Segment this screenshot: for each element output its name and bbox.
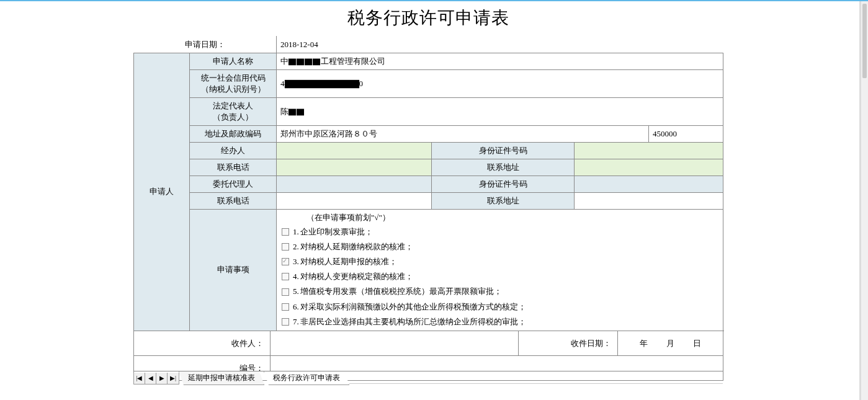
- matters-hint: （在申请事项前划"√"）: [282, 211, 718, 224]
- scrollbar-thumb[interactable]: [862, 4, 867, 78]
- nav-buttons: |◀ ◀ ▶ ▶|: [133, 373, 179, 384]
- agent-addr-label: 联系地址: [432, 193, 575, 210]
- vertical-scrollbar[interactable]: [861, 1, 868, 400]
- agent-value[interactable]: [277, 176, 432, 193]
- matter-item: 1. 企业印制发票审批；: [282, 224, 718, 239]
- nav-first-button[interactable]: |◀: [134, 373, 145, 384]
- checkbox-icon[interactable]: [282, 243, 289, 251]
- matter-item: 6. 对采取实际利润额预缴以外的其他企业所得税预缴方式的核定；: [282, 300, 718, 314]
- matter-text: 非居民企业选择由其主要机构场所汇总缴纳企业所得税的审批；: [300, 315, 526, 329]
- credit-code-label: 统一社会信用代码（纳税人识别号）: [190, 70, 277, 98]
- form-title: 税务行政许可申请表: [133, 2, 723, 36]
- matter-item: 4. 对纳税人变更纳税定额的核准；: [282, 269, 718, 284]
- sheet-tab-2[interactable]: 税务行政许可申请表: [264, 371, 349, 385]
- checkbox-icon[interactable]: [282, 258, 289, 265]
- matter-index: 7.: [293, 315, 299, 329]
- handler-addr-label: 联系地址: [432, 159, 575, 176]
- checkbox-icon[interactable]: [282, 228, 289, 236]
- matter-index: 2.: [293, 240, 299, 254]
- matter-text: 企业印制发票审批；: [300, 225, 373, 239]
- checkbox-icon[interactable]: [282, 288, 289, 296]
- address-value: 郑州市中原区洛河路８０号: [277, 126, 649, 143]
- top-border: [0, 0, 868, 1]
- agent-id-label: 身份证件号码: [432, 176, 575, 193]
- handler-addr-value[interactable]: [575, 159, 723, 176]
- applicant-name-label: 申请人名称: [190, 53, 277, 70]
- sheet-nav: |◀ ◀ ▶ ▶| 延期申报申请核准表 税务行政许可申请表: [133, 371, 723, 385]
- matter-item: 5. 增值税专用发票（增值税税控系统）最高开票限额审批；: [282, 284, 718, 299]
- handler-phone-value[interactable]: [277, 159, 432, 176]
- handler-label: 经办人: [190, 143, 277, 159]
- day-unit: 日: [688, 338, 707, 349]
- matter-index: 1.: [293, 225, 299, 239]
- recipient-label: 收件人：: [134, 331, 271, 356]
- matter-text: 对采取实际利润额预缴以外的其他企业所得税预缴方式的核定；: [300, 300, 526, 314]
- checkbox-icon[interactable]: [282, 303, 289, 311]
- matter-index: 3.: [293, 255, 299, 269]
- agent-id-value[interactable]: [575, 176, 723, 193]
- handler-id-label: 身份证件号码: [432, 143, 575, 159]
- checkbox-icon[interactable]: [282, 318, 289, 326]
- agent-phone-label: 联系电话: [190, 193, 277, 210]
- legal-rep-value: 陈▇▇: [277, 98, 723, 126]
- receive-date-label: 收件日期：: [519, 331, 618, 356]
- agent-addr-value[interactable]: [575, 193, 723, 210]
- matter-item: 7. 非居民企业选择由其主要机构场所汇总缴纳企业所得税的审批；: [282, 314, 718, 329]
- month-unit: 月: [661, 338, 680, 349]
- recipient-value: [271, 331, 519, 356]
- checkbox-icon[interactable]: [282, 273, 289, 280]
- matter-text: 增值税专用发票（增值税税控系统）最高开票限额审批；: [300, 285, 502, 298]
- matters-list: 1. 企业印制发票审批；2. 对纳税人延期缴纳税款的核准；3. 对纳税人延期申报…: [282, 224, 718, 329]
- apply-date-value: 2018-12-04: [277, 37, 723, 53]
- sheet-content: 税务行政许可申请表 申请日期： 2018-12-04 申请人 申请人名称 中▇▇…: [133, 2, 723, 381]
- agent-phone-value[interactable]: [277, 193, 432, 210]
- matter-index: 4.: [293, 270, 299, 283]
- address-label: 地址及邮政编码: [190, 126, 277, 143]
- matter-index: 6.: [293, 300, 299, 314]
- postcode-value: 450000: [649, 126, 723, 143]
- handler-id-value[interactable]: [575, 143, 723, 159]
- handler-phone-label: 联系电话: [190, 159, 277, 176]
- applicant-name-value: 中▇▇▇▇工程管理有限公司: [277, 53, 723, 70]
- nav-prev-button[interactable]: ◀: [145, 373, 156, 384]
- nav-last-button[interactable]: ▶|: [168, 373, 179, 384]
- matter-item: 2. 对纳税人延期缴纳税款的核准；: [282, 239, 718, 254]
- agent-label: 委托代理人: [190, 176, 277, 193]
- matter-index: 5.: [293, 285, 299, 298]
- matter-text: 对纳税人变更纳税定额的核准；: [300, 270, 413, 283]
- matters-cell: （在申请事项前划"√"） 1. 企业印制发票审批；2. 对纳税人延期缴纳税款的核…: [277, 210, 723, 331]
- tab-spacer: [349, 373, 723, 384]
- matter-item: 3. 对纳税人延期申报的核准；: [282, 254, 718, 269]
- handler-value[interactable]: [277, 143, 432, 159]
- receive-date-value: 年 月 日: [618, 331, 723, 356]
- year-unit: 年: [635, 338, 653, 349]
- apply-date-label: 申请日期：: [134, 37, 277, 53]
- form-table: 申请日期： 2018-12-04 申请人 申请人名称 中▇▇▇▇工程管理有限公司…: [133, 36, 723, 331]
- nav-next-button[interactable]: ▶: [156, 373, 168, 384]
- sheet-tab-1[interactable]: 延期申报申请核准表: [179, 371, 264, 385]
- applicant-section-label: 申请人: [134, 53, 190, 331]
- legal-rep-label: 法定代表人 （负责人）: [190, 98, 277, 126]
- matter-text: 对纳税人延期申报的核准；: [300, 255, 397, 269]
- matters-section-label: 申请事项: [190, 210, 277, 331]
- matter-text: 对纳税人延期缴纳税款的核准；: [300, 240, 413, 254]
- credit-code-value: 4▇▇▇▇▇▇▇▇▇▇▇▇0: [277, 70, 723, 98]
